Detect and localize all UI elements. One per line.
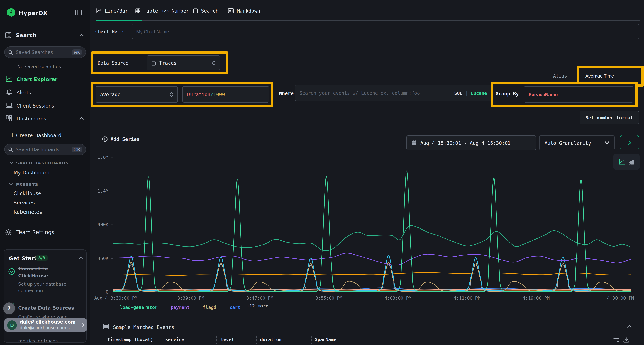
- tab-table[interactable]: Table: [135, 8, 158, 13]
- run-query-button[interactable]: [620, 135, 639, 150]
- line-chart-icon: [6, 76, 12, 82]
- dashboards-chevron-up-icon[interactable]: [80, 117, 84, 120]
- sidebar-collapse-icon[interactable]: [75, 9, 82, 16]
- chart-type-toggle: [613, 154, 640, 170]
- sidebar-item-client-sessions[interactable]: Client Sessions: [16, 103, 54, 109]
- where-input[interactable]: Search your events w/ Lucene ex. column:…: [295, 85, 492, 101]
- saved-dashboards-input[interactable]: Saved Dashboards ⌘K: [4, 144, 86, 155]
- tabbar-track: [96, 20, 640, 21]
- events-collapse-chevron-icon[interactable]: [627, 325, 632, 328]
- tab-line-bar[interactable]: Line/Bar: [96, 8, 128, 13]
- wrap-text-icon[interactable]: [613, 338, 620, 343]
- get-started-progress-badge: 3/3: [36, 255, 48, 261]
- column-separator[interactable]: [162, 337, 162, 344]
- lucene-toggle[interactable]: Lucene: [471, 90, 487, 96]
- chart-name-input[interactable]: [132, 24, 639, 39]
- get-started-item-overflow-text: metrics, or traces: [18, 338, 58, 343]
- set-number-format-button[interactable]: Set number format: [580, 111, 639, 124]
- legend-swatch: [223, 307, 227, 308]
- alias-label: Alias: [553, 73, 567, 79]
- tab-number[interactable]: 123 Number: [162, 8, 189, 13]
- help-label: ?: [8, 305, 10, 312]
- sidebar-item-my-dashboard[interactable]: My Dashboard: [14, 170, 50, 176]
- sidebar-item-dashboards[interactable]: Dashboards: [16, 116, 46, 122]
- avatar: D: [7, 320, 17, 330]
- column-header-service[interactable]: service: [165, 337, 184, 342]
- alias-input[interactable]: [581, 70, 639, 82]
- column-header-level[interactable]: level: [221, 337, 234, 342]
- legend-item-flagd[interactable]: flagd: [196, 305, 216, 310]
- search-section-chevron-up-icon[interactable]: [80, 34, 84, 36]
- data-source-value: Traces: [159, 60, 177, 66]
- aggregation-select[interactable]: Average: [96, 86, 178, 103]
- granularity-select[interactable]: Auto Granularity: [539, 135, 615, 150]
- column-header-spanname[interactable]: SpanName: [315, 337, 336, 342]
- column-separator[interactable]: [216, 337, 217, 344]
- plus-icon: +: [10, 132, 14, 138]
- laptop-icon: [6, 103, 12, 108]
- date-range-value: Aug 4 15:30:01 - Aug 4 16:30:01: [420, 140, 510, 146]
- sql-toggle[interactable]: SQL: [454, 90, 462, 96]
- table-icon: [135, 8, 140, 13]
- column-separator[interactable]: [256, 337, 256, 344]
- sidebar-item-services[interactable]: Services: [14, 200, 35, 206]
- sidebar-item-chart-explorer[interactable]: Chart Explorer: [16, 76, 58, 82]
- sidebar-item-kubernetes[interactable]: Kubernetes: [14, 209, 42, 215]
- sidebar-item-team-settings[interactable]: Team Settings: [16, 229, 54, 236]
- main-content: Line/Bar Table 123 Number Search Markdow…: [90, 0, 644, 345]
- date-range-picker[interactable]: Aug 4 15:30:01 - Aug 4 16:30:01: [406, 135, 536, 150]
- expression-input[interactable]: Duration/1000: [182, 86, 269, 103]
- group-by-input[interactable]: [524, 86, 633, 103]
- user-menu[interactable]: D dale@clickhouse.com dale@clickhouse.co…: [4, 318, 87, 332]
- select-updown-icon: [170, 92, 173, 97]
- saved-searches-input[interactable]: Saved Searches ⌘K: [4, 46, 86, 58]
- legend-swatch: [164, 307, 169, 308]
- sidebar-item-clickhouse[interactable]: ClickHouse: [14, 191, 41, 196]
- select-updown-icon: [212, 60, 216, 65]
- tab-markdown[interactable]: Markdown: [228, 8, 260, 13]
- group-by-highlight: Group By: [491, 81, 638, 107]
- legend-item-cart[interactable]: cart: [223, 305, 240, 310]
- group-saved-dashboards[interactable]: SAVED DASHBOARDS: [16, 161, 69, 166]
- where-placeholder: Search your events w/ Lucene ex. column:…: [300, 90, 420, 96]
- aggregation-value: Average: [100, 91, 120, 97]
- get-started-chevron-up-icon[interactable]: [79, 256, 83, 259]
- sidebar-item-alerts[interactable]: Alerts: [16, 90, 31, 95]
- legend-swatch: [196, 307, 201, 308]
- play-icon: [627, 140, 632, 145]
- create-dashboard-button[interactable]: Create Dashboard: [16, 133, 62, 138]
- add-series-button[interactable]: Add Series: [102, 136, 140, 142]
- column-header-timestamp-local-[interactable]: Timestamp (Local): [107, 337, 153, 342]
- chevron-down-icon[interactable]: [9, 162, 13, 164]
- bar-chart-toggle-icon[interactable]: [628, 159, 634, 165]
- data-source-select[interactable]: Traces: [147, 55, 220, 70]
- brand-title: HyperDX: [18, 10, 48, 16]
- user-email: dale@clickhouse.com: [20, 320, 76, 325]
- chevron-down-icon[interactable]: [9, 183, 13, 186]
- legend-more-link[interactable]: +12 more: [247, 303, 268, 309]
- column-header-duration[interactable]: duration: [260, 337, 282, 342]
- data-source-highlight: Data Source Traces: [91, 51, 228, 74]
- column-separator[interactable]: [311, 337, 312, 344]
- list-icon: [103, 324, 109, 330]
- search-icon: [8, 147, 13, 152]
- group-presets[interactable]: PRESETS: [16, 182, 38, 187]
- tab-search[interactable]: Search: [193, 8, 218, 13]
- chart-legend: load-generatorpaymentflagdcart+12 more: [113, 302, 268, 310]
- gear-icon: [5, 229, 12, 236]
- sidebar-section-search[interactable]: Search: [16, 32, 36, 39]
- legend-item-load-generator[interactable]: load-generator: [113, 305, 158, 310]
- legend-item-payment[interactable]: payment: [164, 305, 190, 310]
- section-divider: [90, 47, 644, 48]
- download-icon[interactable]: [623, 337, 629, 343]
- help-button[interactable]: ?: [3, 303, 15, 314]
- get-started-item-title[interactable]: Create Data Sources: [18, 305, 83, 311]
- circle-plus-icon: [102, 136, 108, 142]
- hyperdx-chart-explorer-page: HyperDX Search Saved Searches ⌘K No save…: [0, 0, 644, 345]
- saved-dashboards-placeholder: Saved Dashboards: [16, 147, 59, 152]
- data-source-label: Data Source: [98, 60, 128, 66]
- active-tab-underline: [96, 20, 142, 21]
- sidebar: HyperDX Search Saved Searches ⌘K No save…: [0, 0, 90, 345]
- get-started-item-title[interactable]: Connect to ClickHouse: [18, 265, 72, 279]
- line-chart-toggle-icon[interactable]: [619, 159, 625, 165]
